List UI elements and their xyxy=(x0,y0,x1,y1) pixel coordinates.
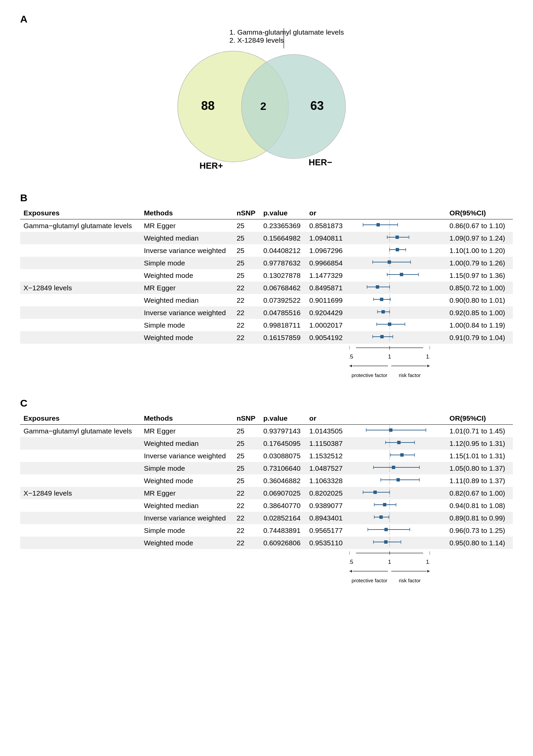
table-row: Weighted median 25 0.15664982 1.0940811 … xyxy=(20,232,513,244)
svg-rect-42 xyxy=(380,298,383,301)
cell-method: Simple mode xyxy=(140,524,233,537)
forest-plot-svg xyxy=(349,512,430,522)
svg-rect-70 xyxy=(389,428,392,432)
cell-exposure xyxy=(20,524,140,537)
cell-forest xyxy=(348,462,446,474)
cell-or: 0.8202025 xyxy=(306,487,348,499)
arrow-svg xyxy=(349,362,430,370)
header-or: or xyxy=(306,207,348,219)
cell-or: 0.9966854 xyxy=(306,257,348,269)
table-row: Simple mode 22 0.99818711 1.0002017 1.00… xyxy=(20,319,513,331)
table-row: Simple mode 25 0.73106640 1.0487527 1.05… xyxy=(20,462,513,474)
cell-nsnp: 22 xyxy=(233,524,260,537)
cell-method: Weighted mode xyxy=(140,474,233,487)
cell-forest xyxy=(348,487,446,499)
svg-text:88: 88 xyxy=(201,99,214,113)
table-row: Weighted mode 25 0.36046882 1.1063328 1.… xyxy=(20,474,513,487)
cell-forest xyxy=(348,331,446,344)
cell-or: 0.9565177 xyxy=(306,524,348,537)
cell-ci: 0.94(0.81 to 1.08) xyxy=(446,499,513,512)
cell-method: Inverse variance weighted xyxy=(140,244,233,257)
table-row: Simple mode 22 0.74483891 0.9565177 0.96… xyxy=(20,524,513,537)
legend-item2: 2. X-12849 levels xyxy=(229,36,344,44)
cell-or: 0.9389077 xyxy=(306,499,348,512)
svg-rect-85 xyxy=(392,466,395,469)
cell-ci: 1.10(1.00 to 1.20) xyxy=(446,244,513,257)
cell-or: 0.8495871 xyxy=(306,282,348,294)
cell-pvalue: 0.02852164 xyxy=(260,512,306,524)
table-row: X−12849 levels MR Egger 22 0.06768462 0.… xyxy=(20,282,513,294)
axis-label-1: 1 xyxy=(388,353,391,360)
cell-pvalue: 0.74483891 xyxy=(260,524,306,537)
axis-label-15: 1.5 xyxy=(426,559,430,565)
svg-point-2 xyxy=(241,54,346,159)
panel-b-label: B xyxy=(20,192,513,204)
svg-rect-52 xyxy=(388,323,391,326)
header-forest xyxy=(348,207,446,219)
cell-nsnp: 22 xyxy=(233,512,260,524)
cell-method: MR Egger xyxy=(140,425,233,437)
cell-ci: 0.90(0.80 to 1.01) xyxy=(446,294,513,306)
cell-nsnp: 25 xyxy=(233,425,260,437)
svg-rect-75 xyxy=(397,441,400,444)
cell-ci: 1.15(0.97 to 1.36) xyxy=(446,269,513,282)
axis-label-svg: 0.5 1 1.5 xyxy=(349,353,430,360)
cell-ci: 0.95(0.80 to 1.14) xyxy=(446,537,513,549)
cell-exposure xyxy=(20,450,140,462)
arrow-text-row: protective factor risk factor xyxy=(20,372,513,381)
cell-method: Inverse variance weighted xyxy=(140,306,233,319)
cell-pvalue: 0.04408212 xyxy=(260,244,306,257)
cell-exposure xyxy=(20,462,140,474)
cell-ci: 0.91(0.79 to 1.04) xyxy=(446,331,513,344)
cell-method: Simple mode xyxy=(140,462,233,474)
svg-rect-27 xyxy=(388,260,391,264)
cell-pvalue: 0.99818711 xyxy=(260,319,306,331)
header-methods-c: Methods xyxy=(140,412,233,425)
cell-nsnp: 25 xyxy=(233,257,260,269)
svg-text:HER+: HER+ xyxy=(199,161,223,171)
cell-nsnp: 25 xyxy=(233,244,260,257)
cell-method: Weighted mode xyxy=(140,331,233,344)
cell-pvalue: 0.16157859 xyxy=(260,331,306,344)
cell-exposure xyxy=(20,537,140,549)
svg-text:63: 63 xyxy=(310,99,323,113)
cell-forest xyxy=(348,437,446,450)
cell-nsnp: 25 xyxy=(233,474,260,487)
cell-ci: 0.82(0.67 to 1.00) xyxy=(446,487,513,499)
svg-rect-22 xyxy=(396,248,399,251)
table-row: Weighted mode 25 0.13027878 1.1477329 1.… xyxy=(20,269,513,282)
cell-ci: 1.09(0.97 to 1.24) xyxy=(446,232,513,244)
forest-plot-svg xyxy=(349,500,430,509)
cell-nsnp: 22 xyxy=(233,331,260,344)
cell-method: Weighted mode xyxy=(140,537,233,549)
cell-ci: 0.96(0.73 to 1.25) xyxy=(446,524,513,537)
forest-plot-svg xyxy=(349,450,430,460)
panel-a-label: A xyxy=(20,13,513,25)
table-row: Weighted median 25 0.17645095 1.1150387 … xyxy=(20,437,513,450)
table-row: Gamma−glutamyl glutamate levels MR Egger… xyxy=(20,219,513,232)
cell-ci: 1.00(0.79 to 1.26) xyxy=(446,257,513,269)
forest-plot-svg xyxy=(349,295,430,304)
table-row: Inverse variance weighted 22 0.02852164 … xyxy=(20,512,513,524)
svg-rect-32 xyxy=(400,273,403,276)
arrow-row xyxy=(20,567,513,577)
cell-method: Inverse variance weighted xyxy=(140,512,233,524)
cell-forest xyxy=(348,450,446,462)
cell-or: 0.8581873 xyxy=(306,219,348,232)
cell-or: 1.1063328 xyxy=(306,474,348,487)
arrow-row xyxy=(20,362,513,372)
table-row: X−12849 levels MR Egger 22 0.06907025 0.… xyxy=(20,487,513,499)
cell-forest xyxy=(348,319,446,331)
table-row: Inverse variance weighted 25 0.04408212 … xyxy=(20,244,513,257)
axis-labels-row: 0.5 1 1.5 xyxy=(20,559,513,567)
forest-plot-svg xyxy=(349,257,430,267)
svg-marker-121 xyxy=(349,570,352,573)
cell-or: 1.1150387 xyxy=(306,437,348,450)
arrow-text-svg: protective factor risk factor xyxy=(349,372,430,379)
axis-label-05: 0.5 xyxy=(349,353,353,360)
axis-label-1: 1 xyxy=(388,559,391,565)
axis-labels-row: 0.5 1 1.5 xyxy=(20,353,513,362)
cell-ci: 0.89(0.81 to 0.99) xyxy=(446,512,513,524)
cell-pvalue: 0.13027878 xyxy=(260,269,306,282)
forest-plot-svg xyxy=(349,320,430,329)
